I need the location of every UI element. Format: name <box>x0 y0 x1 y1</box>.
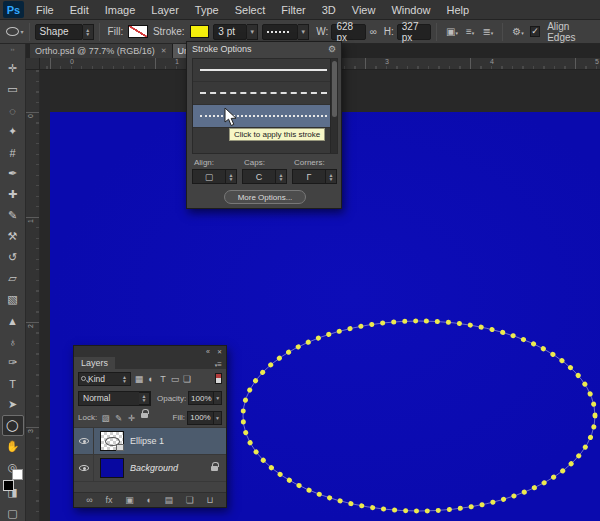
tool-preset-picker[interactable]: ▾ <box>6 27 24 36</box>
new-layer-icon[interactable]: ❏ <box>186 495 194 505</box>
visibility-eye-icon[interactable] <box>79 438 89 444</box>
filter-kind-select[interactable]: Kind ▲▼ <box>78 372 131 386</box>
stroke-options-panel: Stroke Options ⚙ Align:▢▲▼Caps:C▲▼Corner… <box>186 41 342 209</box>
stroke-width-select[interactable]: 3 pt ▼ <box>213 24 258 40</box>
layer-thumbnail[interactable] <box>100 431 124 451</box>
layer-thumbnail[interactable] <box>100 458 124 478</box>
menu-layer[interactable]: Layer <box>143 0 187 20</box>
marquee-tool[interactable]: ▭ <box>2 79 24 100</box>
filter-type-icon[interactable]: T <box>157 374 169 384</box>
adjustment-layer-icon[interactable]: ◐ <box>146 495 151 505</box>
blend-mode-select[interactable]: Normal ▲▼ <box>78 391 151 406</box>
eraser-tool[interactable]: ▱ <box>2 268 24 289</box>
close-tab-icon[interactable]: ✕ <box>161 47 167 55</box>
link-dimensions-icon[interactable]: ∞ <box>370 26 377 37</box>
menu-select[interactable]: Select <box>227 0 274 20</box>
filter-toggle-switch[interactable] <box>215 373 222 384</box>
menu-edit[interactable]: Edit <box>62 0 97 20</box>
collapse-panel-icon[interactable]: « <box>206 348 210 355</box>
fill-input[interactable]: 100% <box>187 411 214 425</box>
background-color-swatch[interactable] <box>12 469 23 480</box>
visibility-eye-icon[interactable] <box>79 465 89 471</box>
filter-pixel-icon[interactable]: ▦ <box>133 374 145 384</box>
gear-icon[interactable]: ⚙▾ <box>512 26 523 37</box>
link-layers-icon[interactable]: ∞ <box>86 495 92 505</box>
lasso-tool[interactable]: ◌ <box>2 100 24 121</box>
type-tool[interactable]: T <box>2 373 24 394</box>
group-icon[interactable]: ▤ <box>165 495 174 505</box>
combine-shapes-icon[interactable]: ▣▾ <box>446 26 458 37</box>
height-label: H: <box>384 26 394 37</box>
lock-position-icon[interactable]: ✛ <box>125 413 138 423</box>
delete-layer-icon[interactable]: ⊔ <box>207 495 214 505</box>
healing-brush-tool[interactable]: ✚ <box>2 184 24 205</box>
move-tool[interactable]: ✛ <box>2 58 24 79</box>
opacity-arrow[interactable]: ▼ <box>214 391 222 405</box>
dodge-tool[interactable]: ♁ <box>2 331 24 352</box>
menu-file[interactable]: File <box>28 0 62 20</box>
lock-all-icon[interactable] <box>141 413 148 418</box>
path-selection-tool[interactable]: ➤ <box>2 394 24 415</box>
document-tab-ortho[interactable]: Ortho.psd @ 77.7% (RGB/16)✕ <box>30 44 173 58</box>
caps-select[interactable]: C▲▼ <box>242 169 287 184</box>
gradient-tool[interactable]: ▧ <box>2 289 24 310</box>
panel-menu-icon[interactable]: ▾≡ <box>215 360 226 369</box>
tool-mode-select[interactable]: Shape ▲▼ <box>35 24 94 40</box>
stroke-style-solid[interactable] <box>193 59 337 82</box>
layer-style-icon[interactable]: fx <box>105 495 112 505</box>
ellipse-tool[interactable]: ◯ <box>2 415 24 436</box>
brush-tool[interactable]: ✎ <box>2 205 24 226</box>
menu-type[interactable]: Type <box>187 0 227 20</box>
filter-adjustment-icon[interactable]: ◐ <box>145 374 157 384</box>
layer-mask-icon[interactable]: ▣ <box>125 495 134 505</box>
vruler-number: 3 <box>27 429 34 433</box>
corners-select[interactable]: Γ▲▼ <box>292 169 337 184</box>
filter-smart-object-icon[interactable]: ❏ <box>181 374 193 384</box>
opacity-input[interactable]: 100% <box>188 391 214 405</box>
align-select[interactable]: ▢▲▼ <box>192 169 237 184</box>
fill-swatch[interactable] <box>128 25 148 38</box>
menu-3d[interactable]: 3D <box>314 0 344 20</box>
stroke-style-arrow[interactable]: ▼ <box>298 24 309 40</box>
clone-stamp-tool[interactable]: ⚒ <box>2 226 24 247</box>
history-brush-tool[interactable]: ↺ <box>2 247 24 268</box>
quick-selection-tool[interactable]: ✦ <box>2 121 24 142</box>
stroke-style-solid-preview <box>200 69 327 71</box>
stroke-list-scrollbar[interactable] <box>330 59 337 153</box>
fill-arrow[interactable]: ▼ <box>214 411 222 425</box>
hand-tool[interactable]: ✋ <box>2 436 24 457</box>
menu-help[interactable]: Help <box>439 0 478 20</box>
align-edges-checkbox[interactable]: ✓ <box>530 26 540 37</box>
lock-transparency-icon[interactable]: ▨ <box>99 413 112 423</box>
more-options-button[interactable]: More Options... <box>224 190 306 204</box>
layers-tab[interactable]: Layers <box>74 357 115 369</box>
stroke-style-dotted[interactable] <box>193 105 337 128</box>
crop-tool[interactable]: # <box>2 142 24 163</box>
menu-image[interactable]: Image <box>97 0 144 20</box>
align-shapes-icon[interactable]: ≡▾ <box>466 26 474 37</box>
lock-pixels-icon[interactable]: ✎ <box>112 413 125 423</box>
foreground-color-swatch[interactable] <box>3 480 14 491</box>
menu-window[interactable]: Window <box>383 0 438 20</box>
shape-width-input[interactable]: 628 px <box>331 24 365 40</box>
menu-filter[interactable]: Filter <box>273 0 313 20</box>
screen-mode-button[interactable]: ▢ <box>2 503 24 521</box>
blur-tool[interactable]: ▲ <box>2 310 24 331</box>
stroke-style-dashed[interactable] <box>193 82 337 105</box>
stroke-options-gear-icon[interactable]: ⚙ <box>328 44 336 54</box>
tool-mode-stepper[interactable]: ▲▼ <box>83 24 94 40</box>
stroke-swatch[interactable] <box>190 25 210 38</box>
search-icon <box>81 376 86 381</box>
stroke-width-arrow[interactable]: ▼ <box>247 24 258 40</box>
filter-shape-icon[interactable]: ▭ <box>169 374 181 384</box>
menu-view[interactable]: View <box>344 0 384 20</box>
toolbar-grip[interactable]: ›› <box>11 46 15 52</box>
layer-row-background[interactable]: Background <box>74 455 226 482</box>
pen-tool[interactable]: ✑ <box>2 352 24 373</box>
stroke-style-select[interactable]: ▼ <box>262 24 309 40</box>
shape-height-input[interactable]: 327 px <box>397 24 431 40</box>
close-panel-icon[interactable]: ✕ <box>217 348 222 355</box>
layer-row-ellipse-1[interactable]: Ellipse 1 <box>74 428 226 455</box>
arrange-shapes-icon[interactable]: ≣▾ <box>482 26 493 37</box>
eyedropper-tool[interactable]: ✒ <box>2 163 24 184</box>
